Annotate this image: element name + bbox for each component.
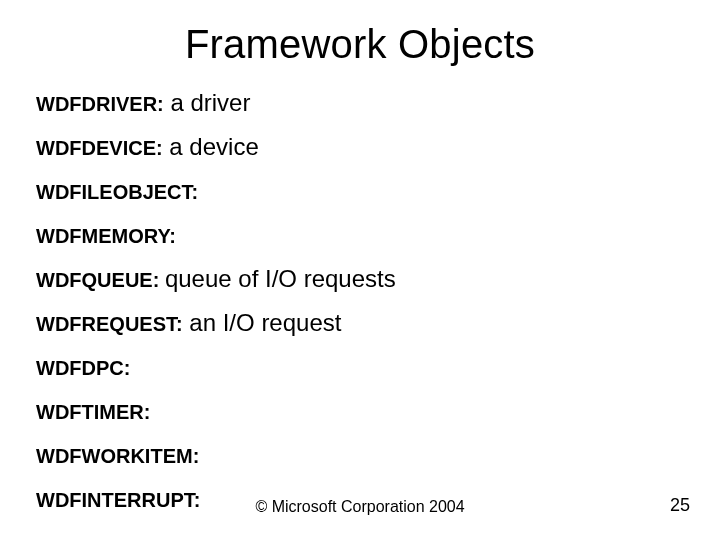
object-desc: a driver	[164, 89, 251, 116]
object-line: WDFTIMER:	[36, 396, 684, 426]
object-line: WDFDEVICE: a device	[36, 132, 684, 162]
object-line: WDFMEMORY:	[36, 220, 684, 250]
object-line: WDFREQUEST: an I/O request	[36, 308, 684, 338]
slide-content: WDFDRIVER: a driver WDFDEVICE: a device …	[36, 88, 684, 528]
object-name: WDFTIMER:	[36, 401, 150, 423]
object-desc: an I/O request	[183, 309, 342, 336]
object-name: WDFQUEUE:	[36, 269, 165, 291]
object-desc: queue of I/O requests	[165, 265, 396, 292]
object-line: WDFDRIVER: a driver	[36, 88, 684, 118]
object-name: WDFILEOBJECT:	[36, 181, 198, 203]
object-line: WDFDPC:	[36, 352, 684, 382]
object-name: WDFDPC:	[36, 357, 130, 379]
object-desc: a device	[163, 133, 259, 160]
object-line: WDFQUEUE: queue of I/O requests	[36, 264, 684, 294]
object-name: WDFDRIVER:	[36, 93, 164, 115]
object-name: WDFWORKITEM:	[36, 445, 199, 467]
page-number: 25	[670, 495, 690, 516]
object-name: WDFREQUEST:	[36, 313, 183, 335]
slide: Framework Objects WDFDRIVER: a driver WD…	[0, 0, 720, 540]
object-line: WDFWORKITEM:	[36, 440, 684, 470]
slide-title: Framework Objects	[0, 22, 720, 67]
copyright-text: © Microsoft Corporation 2004	[0, 498, 720, 516]
object-line: WDFILEOBJECT:	[36, 176, 684, 206]
object-name: WDFMEMORY:	[36, 225, 176, 247]
object-name: WDFDEVICE:	[36, 137, 163, 159]
